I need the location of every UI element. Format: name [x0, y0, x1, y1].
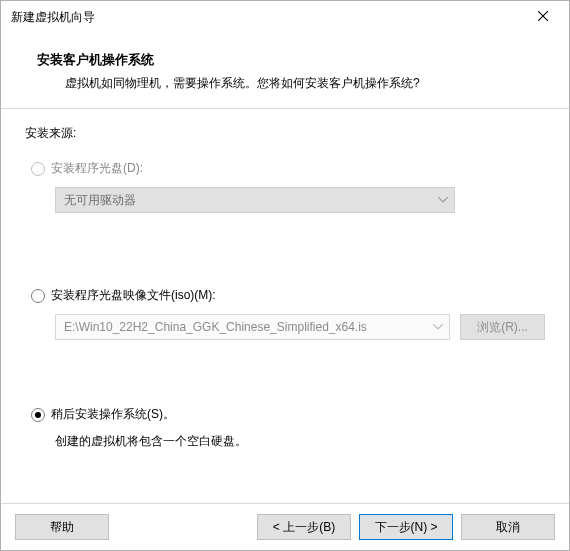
window-title: 新建虚拟机向导 — [11, 9, 521, 26]
wizard-header: 安装客户机操作系统 虚拟机如同物理机，需要操作系统。您将如何安装客户机操作系统? — [1, 33, 569, 109]
next-button[interactable]: 下一步(N) > — [359, 514, 453, 540]
chevron-down-icon — [432, 197, 454, 203]
cancel-button[interactable]: 取消 — [461, 514, 555, 540]
option-iso: 安装程序光盘映像文件(iso)(M): E:\Win10_22H2_China_… — [25, 287, 545, 340]
close-button[interactable] — [521, 2, 565, 32]
back-button[interactable]: < 上一步(B) — [257, 514, 351, 540]
radio-icon — [31, 289, 45, 303]
wizard-footer: 帮助 < 上一步(B) 下一步(N) > 取消 — [1, 503, 569, 550]
radio-later-label: 稍后安装操作系统(S)。 — [51, 406, 175, 423]
disc-drive-dropdown[interactable]: 无可用驱动器 — [55, 187, 455, 213]
radio-icon — [31, 408, 45, 422]
radio-later[interactable]: 稍后安装操作系统(S)。 — [31, 406, 545, 423]
disc-drive-value: 无可用驱动器 — [56, 192, 432, 209]
content-area: 安装来源: 安装程序光盘(D): 无可用驱动器 安装程序光盘映像文件( — [1, 109, 569, 503]
radio-iso[interactable]: 安装程序光盘映像文件(iso)(M): — [31, 287, 545, 304]
later-description: 创建的虚拟机将包含一个空白硬盘。 — [55, 433, 545, 450]
option-disc: 安装程序光盘(D): 无可用驱动器 — [25, 160, 545, 213]
help-button[interactable]: 帮助 — [15, 514, 109, 540]
page-subheading: 虚拟机如同物理机，需要操作系统。您将如何安装客户机操作系统? — [65, 75, 545, 92]
browse-button[interactable]: 浏览(R)... — [460, 314, 545, 340]
install-source-label: 安装来源: — [25, 125, 545, 142]
radio-iso-label: 安装程序光盘映像文件(iso)(M): — [51, 287, 216, 304]
titlebar: 新建虚拟机向导 — [1, 1, 569, 33]
option-later: 稍后安装操作系统(S)。 创建的虚拟机将包含一个空白硬盘。 — [25, 406, 545, 450]
chevron-down-icon — [427, 324, 449, 330]
page-heading: 安装客户机操作系统 — [37, 51, 545, 69]
iso-path-dropdown[interactable]: E:\Win10_22H2_China_GGK_Chinese_Simplifi… — [55, 314, 450, 340]
wizard-window: 新建虚拟机向导 安装客户机操作系统 虚拟机如同物理机，需要操作系统。您将如何安装… — [0, 0, 570, 551]
radio-icon — [31, 162, 45, 176]
radio-disc[interactable]: 安装程序光盘(D): — [31, 160, 545, 177]
radio-disc-label: 安装程序光盘(D): — [51, 160, 143, 177]
close-icon — [538, 10, 548, 24]
iso-path-value: E:\Win10_22H2_China_GGK_Chinese_Simplifi… — [56, 320, 427, 334]
